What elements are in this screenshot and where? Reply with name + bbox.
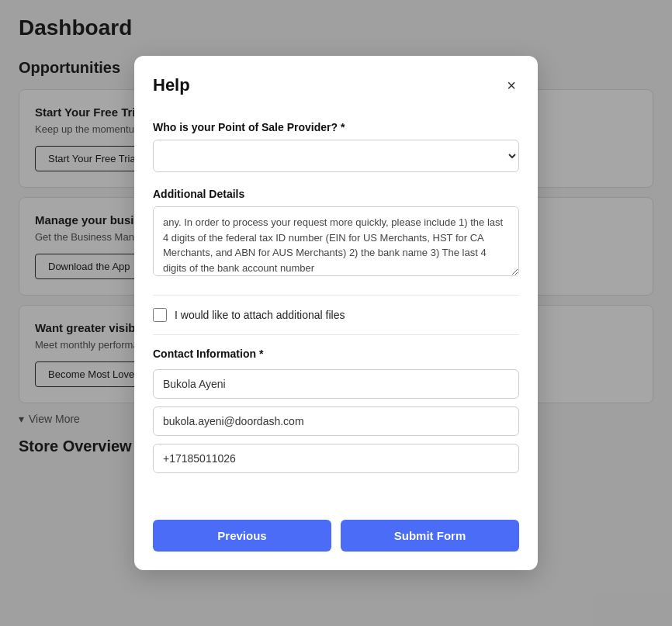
help-modal: Help × Who is your Point of Sale Provide… xyxy=(134,56,538,570)
attach-files-label: I would like to attach additional files xyxy=(175,309,345,321)
additional-details-group: Additional Details any. In order to proc… xyxy=(153,188,519,279)
contact-email-input[interactable] xyxy=(153,406,519,436)
modal-title: Help xyxy=(153,75,190,95)
divider-1 xyxy=(153,295,519,296)
modal-close-button[interactable]: × xyxy=(504,74,519,96)
modal-overlay: Help × Who is your Point of Sale Provide… xyxy=(0,0,672,626)
attach-files-checkbox[interactable] xyxy=(153,308,167,322)
attach-files-row: I would like to attach additional files xyxy=(153,308,519,322)
previous-button[interactable]: Previous xyxy=(153,520,331,552)
modal-footer: Previous Submit Form xyxy=(134,507,538,570)
pos-provider-select[interactable] xyxy=(153,140,519,172)
additional-details-label: Additional Details xyxy=(153,188,519,200)
pos-provider-group: Who is your Point of Sale Provider? * xyxy=(153,121,519,172)
contact-info-group: Contact Information * xyxy=(153,348,519,473)
pos-provider-label: Who is your Point of Sale Provider? * xyxy=(153,121,519,133)
contact-name-input[interactable] xyxy=(153,369,519,399)
contact-info-label: Contact Information * xyxy=(153,348,519,360)
additional-details-textarea[interactable]: any. In order to process your request mo… xyxy=(153,206,519,276)
modal-body: Who is your Point of Sale Provider? * Ad… xyxy=(134,109,538,507)
submit-form-button[interactable]: Submit Form xyxy=(341,520,519,552)
divider-2 xyxy=(153,334,519,335)
modal-header: Help × xyxy=(134,56,538,109)
contact-phone-input[interactable] xyxy=(153,444,519,473)
